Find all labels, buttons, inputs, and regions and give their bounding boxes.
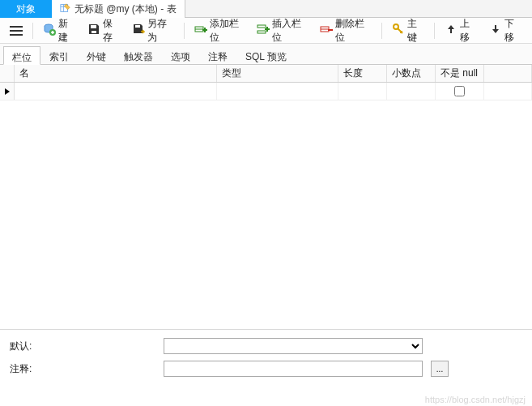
svg-rect-4 (92, 31, 96, 33)
arrow-up-icon (445, 23, 458, 38)
toolbar: 新建 保存 另存为 添加栏位 插入栏位 删除栏位 (0, 18, 532, 44)
new-button[interactable]: 新建 (38, 14, 81, 48)
cell-decimals[interactable] (387, 83, 436, 100)
svg-rect-8 (257, 31, 266, 33)
svg-rect-7 (257, 25, 266, 28)
menu-icon[interactable] (5, 23, 28, 39)
grid-header: 名 类型 长度 小数点 不是 null (0, 65, 532, 83)
arrow-down-icon (489, 23, 502, 38)
key-icon (392, 23, 405, 38)
subtab-options[interactable]: 选项 (162, 45, 199, 64)
col-header-blank (484, 65, 532, 82)
col-header-length[interactable]: 长度 (338, 65, 387, 82)
field-properties-panel: 默认: 注释: ... (0, 329, 532, 391)
subtab-comment[interactable]: 注释 (199, 45, 236, 64)
floppy-arrow-icon (132, 23, 145, 38)
table-row[interactable] (0, 83, 532, 100)
row-indicator (0, 83, 15, 100)
col-header-decimals[interactable]: 小数点 (387, 65, 436, 82)
cell-blank (484, 83, 532, 100)
svg-rect-3 (91, 25, 96, 28)
move-down-button[interactable]: 下移 (484, 14, 527, 48)
comment-label: 注释: (10, 362, 155, 376)
comment-input[interactable] (164, 361, 423, 377)
cell-length[interactable] (338, 83, 387, 100)
name-input[interactable] (19, 86, 211, 97)
col-header-name[interactable]: 名 (15, 65, 217, 82)
field-insert-icon (257, 23, 270, 38)
insert-field-label: 插入栏位 (272, 17, 309, 45)
comment-row: 注释: ... (10, 361, 522, 377)
move-up-button[interactable]: 上移 (440, 14, 483, 48)
cell-type[interactable] (217, 83, 338, 100)
primary-key-button[interactable]: 主键 (387, 14, 430, 48)
separator (184, 23, 185, 39)
col-header-type[interactable]: 类型 (217, 65, 338, 82)
save-as-label: 另存为 (147, 17, 174, 45)
cell-name[interactable] (15, 83, 217, 100)
type-input[interactable] (222, 86, 333, 97)
separator (32, 23, 33, 39)
floppy-icon (87, 23, 100, 38)
grid-body (0, 83, 532, 310)
field-delete-icon (320, 23, 333, 38)
col-header-not-null[interactable]: 不是 null (436, 65, 484, 82)
not-null-checkbox[interactable] (454, 86, 465, 96)
default-select[interactable] (164, 338, 423, 354)
save-button[interactable]: 保存 (83, 14, 126, 48)
new-label: 新建 (58, 17, 76, 45)
move-up-label: 上移 (460, 17, 478, 45)
separator (434, 23, 435, 39)
grid-gutter-header (0, 65, 15, 82)
delete-field-label: 删除栏位 (335, 17, 372, 45)
save-as-button[interactable]: 另存为 (127, 14, 179, 48)
move-down-label: 下移 (504, 17, 522, 45)
svg-rect-5 (135, 25, 140, 28)
subtab-indexes[interactable]: 索引 (40, 45, 78, 64)
save-label: 保存 (103, 17, 121, 45)
length-input[interactable] (343, 86, 381, 97)
insert-field-button[interactable]: 插入栏位 (252, 14, 313, 48)
separator (381, 23, 382, 39)
decimals-input[interactable] (392, 86, 430, 97)
add-field-button[interactable]: 添加栏位 (189, 14, 251, 48)
delete-field-button[interactable]: 删除栏位 (315, 14, 377, 48)
default-label: 默认: (10, 340, 155, 353)
plus-db-icon (43, 23, 56, 38)
current-row-triangle-icon (5, 88, 10, 95)
add-field-label: 添加栏位 (210, 17, 246, 45)
comment-more-button[interactable]: ... (431, 361, 449, 377)
subtab-fields[interactable]: 栏位 (3, 46, 40, 65)
primary-key-label: 主键 (407, 17, 425, 45)
subtab-foreign-keys[interactable]: 外键 (78, 45, 115, 64)
field-add-icon (194, 23, 207, 38)
subtab-sql-preview[interactable]: SQL 预览 (236, 45, 296, 64)
cell-not-null[interactable] (436, 83, 484, 100)
watermark-text: https://blog.csdn.net/hjgzj (425, 395, 526, 404)
default-row: 默认: (10, 338, 522, 354)
subtab-triggers[interactable]: 触发器 (115, 45, 162, 64)
